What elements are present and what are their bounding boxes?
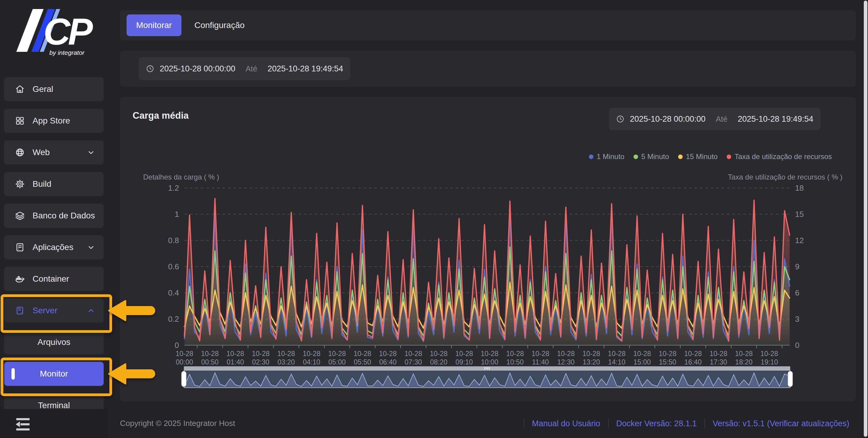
date-end[interactable]: 2025-10-28 19:49:54 xyxy=(268,64,343,73)
legend-label: 1 Minuto xyxy=(597,153,624,161)
svg-text:0.4: 0.4 xyxy=(168,288,179,297)
sidebar-item-geral[interactable]: Geral xyxy=(4,77,104,101)
gear-icon xyxy=(15,179,25,189)
legend-item-3[interactable]: 15 Minuto xyxy=(678,153,718,161)
chevdown-icon xyxy=(86,147,96,157)
svg-text:10-2809:10: 10-2809:10 xyxy=(456,350,473,366)
svg-text:12: 12 xyxy=(795,236,804,245)
svg-text:1: 1 xyxy=(175,210,179,219)
sidebar-item-label: Geral xyxy=(33,85,53,94)
svg-text:10-2807:30: 10-2807:30 xyxy=(404,350,422,366)
legend-marker xyxy=(678,155,683,159)
globe-icon xyxy=(15,147,25,157)
sidebar-item-server[interactable]: Server xyxy=(4,299,104,323)
footer-link-2[interactable]: Docker Versão: 28.1.1 xyxy=(616,419,697,428)
sidebar-item-terminal[interactable]: Terminal xyxy=(4,394,104,409)
sidebar-item-label: Server xyxy=(33,306,57,315)
svg-text:10-2805:50: 10-2805:50 xyxy=(353,350,371,366)
date-end[interactable]: 2025-10-28 19:49:54 xyxy=(738,114,813,124)
home-icon xyxy=(15,85,25,94)
svg-text:0.8: 0.8 xyxy=(168,236,179,245)
legend-label: 15 Minuto xyxy=(686,153,718,161)
footer-link-1[interactable]: Manual do Usuário xyxy=(532,419,600,428)
svg-text:10-2805:00: 10-2805:00 xyxy=(328,350,346,366)
svg-text:10-2810:00: 10-2810:00 xyxy=(481,350,498,366)
date-range-picker[interactable]: 2025-10-28 00:00:00 Até 2025-10-28 19:49… xyxy=(138,57,350,80)
date-separator: Até xyxy=(246,64,257,73)
apps-icon xyxy=(15,242,25,252)
date-start[interactable]: 2025-10-28 00:00:00 xyxy=(630,114,706,124)
footer-divider xyxy=(705,419,705,428)
sidebar-item-label: Container xyxy=(33,274,69,284)
svg-text:6: 6 xyxy=(795,288,799,297)
chart-legend: 1 Minuto5 Minuto15 MinutoTaxa de utiliza… xyxy=(589,153,832,161)
svg-text:10-2816:40: 10-2816:40 xyxy=(684,350,702,366)
svg-text:10-2803:20: 10-2803:20 xyxy=(277,350,295,366)
svg-text:9: 9 xyxy=(795,262,799,271)
server-icon xyxy=(15,306,25,315)
datazoom-handle-right[interactable] xyxy=(788,371,793,387)
svg-text:10-2806:40: 10-2806:40 xyxy=(379,350,397,366)
logo-subtext: by integrator xyxy=(50,49,85,56)
date-filter-card: 2025-10-28 00:00:00 Até 2025-10-28 19:49… xyxy=(120,50,856,87)
datazoom-handle-left[interactable] xyxy=(181,371,186,387)
sidebar-item-app-store[interactable]: App Store xyxy=(4,109,104,133)
grid-icon xyxy=(15,116,25,126)
svg-text:1.2: 1.2 xyxy=(168,183,179,193)
svg-text:15: 15 xyxy=(795,210,804,219)
sidebar-item-arquivos[interactable]: Arquivos xyxy=(4,330,104,354)
collapse-sidebar-icon xyxy=(14,417,31,432)
svg-text:10-2802:30: 10-2802:30 xyxy=(252,350,270,366)
svg-text:Taxa de utilização de recursos: Taxa de utilização de recursos ( % ) xyxy=(728,173,842,181)
svg-text:10-2813:20: 10-2813:20 xyxy=(583,350,600,366)
sidebar-item-label: Banco de Dados xyxy=(33,211,95,221)
svg-text:10-2800:50: 10-2800:50 xyxy=(201,350,219,366)
svg-text:Detalhes da carga ( % ): Detalhes da carga ( % ) xyxy=(143,173,219,181)
svg-text:10-2804:10: 10-2804:10 xyxy=(303,350,320,366)
sidebar-item-monitor[interactable]: Monitor xyxy=(4,362,104,386)
sidebar-item-label: Arquivos xyxy=(38,337,70,347)
sidebar-item-container[interactable]: Container xyxy=(4,267,104,291)
svg-text:10-2808:20: 10-2808:20 xyxy=(430,350,447,366)
legend-item-2[interactable]: 5 Minuto xyxy=(633,153,669,161)
date-start[interactable]: 2025-10-28 00:00:00 xyxy=(160,64,236,73)
collapse-sidebar-button[interactable] xyxy=(14,417,32,432)
load-average-chart[interactable]: 000.230.460.690.8121151.218Detalhes da c… xyxy=(120,167,868,402)
svg-text:18: 18 xyxy=(795,183,804,193)
sidebar-item-aplica-es[interactable]: Aplicações xyxy=(4,235,104,259)
legend-item-1[interactable]: 1 Minuto xyxy=(589,153,624,161)
legend-item-4[interactable]: Taxa de utilização de recursos xyxy=(727,153,832,161)
chevdown-icon xyxy=(86,242,96,252)
chart-date-range-picker[interactable]: 2025-10-28 00:00:00 Até 2025-10-28 19:49… xyxy=(609,108,820,130)
svg-text:10-2815:50: 10-2815:50 xyxy=(659,350,677,366)
date-separator: Até xyxy=(716,114,727,124)
sidebar-item-web[interactable]: Web xyxy=(4,140,104,165)
svg-text:0.6: 0.6 xyxy=(168,262,179,271)
svg-text:10-2810:50: 10-2810:50 xyxy=(506,350,524,366)
legend-label: 5 Minuto xyxy=(641,153,669,161)
sidebar-item-banco-de-dados[interactable]: Banco de Dados xyxy=(4,204,104,228)
active-indicator xyxy=(11,368,15,379)
sidebar-item-label: Web xyxy=(33,147,50,157)
clock-icon xyxy=(616,115,624,123)
svg-text:10-2800:00: 10-2800:00 xyxy=(176,350,193,366)
svg-text:10-2811:40: 10-2811:40 xyxy=(532,350,550,366)
svg-text:10-2819:10: 10-2819:10 xyxy=(761,350,778,366)
icp-logo: CP by integrator xyxy=(4,5,105,60)
legend-marker xyxy=(727,155,731,159)
svg-text:10-2801:40: 10-2801:40 xyxy=(226,350,244,366)
svg-text:10-2817:30: 10-2817:30 xyxy=(710,350,727,366)
sidebar-item-build[interactable]: Build xyxy=(4,172,104,196)
chart-title: Carga média xyxy=(133,110,189,121)
sidebar-item-label: Aplicações xyxy=(33,242,73,252)
footer-link-3[interactable]: Versão: v1.5.1 (Verificar atualizações) xyxy=(713,419,849,428)
sidebar-item-label: Terminal xyxy=(38,401,70,409)
tab-monitorar[interactable]: Monitorar xyxy=(127,14,181,36)
tab-configuracao[interactable]: Configuração xyxy=(194,10,245,40)
sidebar-item-label: Build xyxy=(33,179,51,189)
svg-text:0: 0 xyxy=(795,341,799,350)
legend-marker xyxy=(633,155,638,159)
main-content: Monitorar Configuração 2025-10-28 00:00:… xyxy=(108,0,868,438)
svg-text:0: 0 xyxy=(175,341,179,350)
page-scrollbar[interactable] xyxy=(864,1,867,437)
